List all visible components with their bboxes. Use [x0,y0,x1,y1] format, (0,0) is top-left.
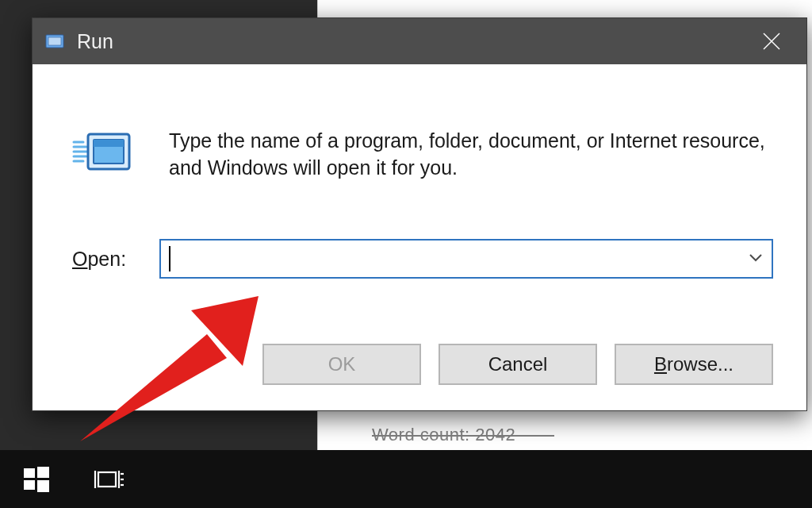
open-row: Open: [72,239,773,279]
open-input[interactable] [159,239,773,279]
close-button[interactable] [737,18,806,64]
cancel-button[interactable]: Cancel [439,344,597,385]
task-view-button[interactable] [73,450,146,508]
titlebar[interactable]: Run [33,18,806,64]
annotation-arrow-icon [72,287,278,453]
svg-marker-7 [80,334,227,441]
run-dialog: Run Type the name of [32,17,807,411]
windows-logo-icon [23,466,50,493]
run-titlebar-icon [44,33,66,50]
open-combobox[interactable] [159,239,773,279]
ok-button[interactable]: OK [262,344,421,385]
dialog-description: Type the name of a program, folder, docu… [169,128,779,182]
close-icon [761,31,782,52]
dialog-title: Run [77,30,113,53]
browse-button[interactable]: Browse... [615,344,773,385]
desktop: Word count: 2042 Run [0,0,812,508]
taskbar [0,450,812,508]
task-view-icon [94,466,125,493]
button-row: OK Cancel Browse... [262,344,773,385]
svg-rect-10 [37,467,49,478]
dialog-body: Type the name of a program, folder, docu… [33,64,806,412]
svg-rect-9 [24,468,35,478]
svg-rect-6 [94,140,124,147]
background-strike [372,435,554,437]
svg-marker-8 [191,296,259,366]
start-button[interactable] [0,450,73,508]
svg-rect-12 [37,480,49,492]
svg-rect-1 [48,37,61,45]
text-cursor [169,246,170,271]
svg-rect-11 [24,480,35,490]
run-body-icon [72,129,134,179]
svg-rect-13 [98,472,116,487]
open-label: Open: [72,248,126,271]
